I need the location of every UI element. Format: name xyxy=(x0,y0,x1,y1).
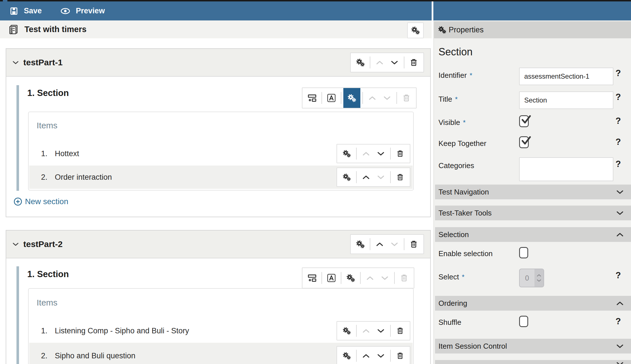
add-item-button[interactable] xyxy=(305,88,319,108)
select-label: Select* xyxy=(438,273,465,281)
item-number: 2. xyxy=(36,173,47,182)
keep-together-checkbox[interactable] xyxy=(519,136,529,148)
move-down-button xyxy=(377,268,392,288)
visible-checkbox[interactable] xyxy=(519,115,529,127)
title-input[interactable] xyxy=(519,91,613,109)
move-down-button[interactable] xyxy=(373,347,388,364)
delete-item-button[interactable] xyxy=(393,322,408,340)
required-asterisk: * xyxy=(463,119,465,126)
move-down-button[interactable] xyxy=(387,53,402,72)
section-accent-bar xyxy=(16,266,19,364)
move-up-button[interactable] xyxy=(372,235,387,254)
toolbar-separator xyxy=(362,92,363,104)
section-title-text: Section xyxy=(37,269,69,279)
identifier-help-icon[interactable]: ? xyxy=(614,68,622,78)
chevron-up-icon xyxy=(362,152,370,156)
chevron-up-icon xyxy=(362,354,370,358)
keep-together-help-icon[interactable]: ? xyxy=(614,137,622,147)
test-part-title: testPart-1 xyxy=(23,58,350,67)
identifier-input[interactable] xyxy=(519,68,613,85)
test-part-1-header[interactable]: testPart-1 xyxy=(6,49,430,77)
collapse-chevron-down-icon[interactable] xyxy=(12,61,19,64)
item-toolbar xyxy=(337,346,410,364)
chevron-down-icon xyxy=(391,60,398,65)
toolbar-separator xyxy=(404,238,404,250)
add-item-button[interactable] xyxy=(305,268,319,288)
item-row-sipho-question[interactable]: 2. Sipho and Buli question xyxy=(29,343,413,364)
move-up-button[interactable] xyxy=(359,168,373,186)
item-settings-button[interactable] xyxy=(339,347,354,364)
accordion-item-session-control[interactable]: Item Session Control xyxy=(435,339,631,353)
delete-item-button[interactable] xyxy=(393,347,408,364)
move-down-button[interactable] xyxy=(373,322,388,340)
test-part-2-toolbar xyxy=(350,234,424,254)
save-button[interactable]: Save xyxy=(10,7,42,15)
accordion-test-taker-tools[interactable]: Test-Taker Tools xyxy=(435,206,631,220)
enable-selection-checkbox[interactable] xyxy=(519,247,528,258)
test-part-2-header[interactable]: testPart-2 xyxy=(6,231,430,258)
select-spinner-arrows[interactable] xyxy=(534,269,544,287)
accordion-test-navigation[interactable]: Test Navigation xyxy=(435,185,631,199)
section-1-toolbar xyxy=(302,267,414,288)
item-settings-button[interactable] xyxy=(339,322,354,340)
delete-part-button[interactable] xyxy=(406,53,421,72)
item-label: Order interaction xyxy=(55,173,112,182)
test-authoring-screen: Save Preview Test with timers testPart-1 xyxy=(0,0,631,364)
toolbar-separator xyxy=(356,350,357,362)
toolbar-separator xyxy=(370,57,370,68)
item-row-hottext[interactable]: 1. Hottext xyxy=(29,142,413,166)
toolbar-separator xyxy=(360,272,361,284)
toolbar-separator xyxy=(370,238,370,250)
move-down-button[interactable] xyxy=(373,145,388,163)
item-row-listening-comp[interactable]: 1. Listening Comp - Sipho and Buli - Sto… xyxy=(29,319,413,343)
save-button-label: Save xyxy=(24,7,42,15)
toolbar-separator xyxy=(390,325,391,337)
required-asterisk: * xyxy=(455,95,457,103)
delete-item-button[interactable] xyxy=(393,168,408,186)
preview-button[interactable]: Preview xyxy=(60,7,105,15)
part-settings-button[interactable] xyxy=(353,53,368,72)
categories-input[interactable] xyxy=(519,157,613,181)
item-row-order-interaction[interactable]: 2. Order interaction xyxy=(29,166,413,189)
chevron-down-icon xyxy=(616,362,624,364)
section-settings-button[interactable] xyxy=(343,268,358,288)
delete-part-button[interactable] xyxy=(406,235,421,254)
accordion-partial-bottom[interactable] xyxy=(435,360,631,364)
new-section-button[interactable]: New section xyxy=(14,197,68,206)
trash-icon xyxy=(396,327,404,335)
section-title: 1. Section xyxy=(27,269,69,279)
title-help-icon[interactable]: ? xyxy=(614,92,622,102)
accordion-ordering[interactable]: Ordering xyxy=(435,296,631,311)
toolbar-separator xyxy=(321,272,322,284)
visible-help-icon[interactable]: ? xyxy=(614,116,622,126)
rubric-block-button[interactable] xyxy=(324,88,339,108)
section-settings-button[interactable] xyxy=(343,88,360,108)
select-help-icon[interactable]: ? xyxy=(614,270,622,281)
delete-item-button[interactable] xyxy=(393,145,408,163)
chevron-up-icon xyxy=(616,233,624,237)
add-item-icon xyxy=(307,94,317,102)
gears-icon xyxy=(342,327,351,335)
item-settings-button[interactable] xyxy=(339,168,354,186)
items-box: Items 1. Hottext 2. Order interaction xyxy=(28,112,414,191)
shuffle-checkbox[interactable] xyxy=(519,316,528,327)
item-number: 1. xyxy=(36,327,47,335)
accordion-selection[interactable]: Selection xyxy=(435,227,631,242)
categories-help-icon[interactable]: ? xyxy=(614,159,622,169)
section-title: 1. Section xyxy=(27,88,69,98)
collapse-chevron-down-icon[interactable] xyxy=(12,242,19,246)
trash-icon xyxy=(396,173,404,181)
part-settings-button[interactable] xyxy=(353,235,368,254)
shuffle-help-icon[interactable]: ? xyxy=(614,316,622,327)
enable-selection-label: Enable selection xyxy=(438,249,493,258)
move-down-button xyxy=(387,235,402,254)
chevron-up-icon xyxy=(362,329,370,333)
chevron-up-icon xyxy=(362,175,370,179)
move-up-button[interactable] xyxy=(359,347,373,364)
rubric-block-button[interactable] xyxy=(324,268,339,288)
item-settings-button[interactable] xyxy=(339,145,354,163)
test-properties-button[interactable] xyxy=(407,22,424,38)
chevron-down-icon xyxy=(377,354,385,358)
rubric-a-icon xyxy=(327,273,336,283)
select-spinner[interactable]: 0 xyxy=(519,269,544,287)
